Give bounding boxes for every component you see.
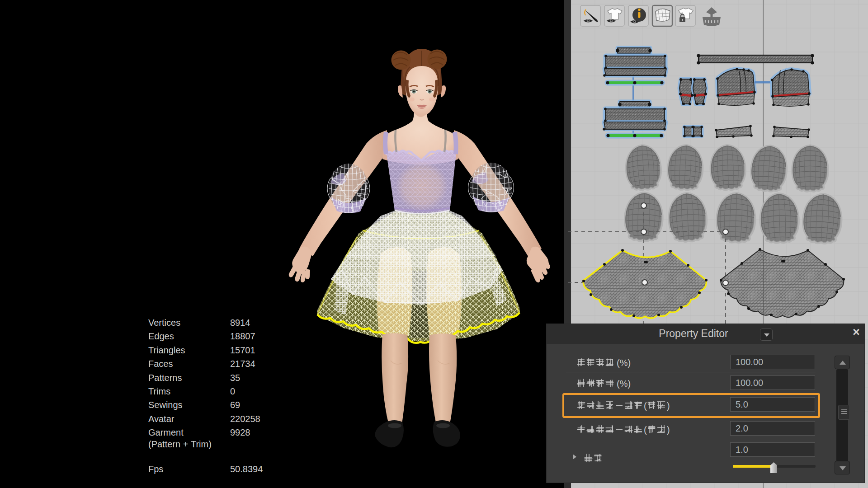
svg-text:(: ( xyxy=(644,425,647,435)
svg-text:): ) xyxy=(667,425,670,435)
svg-text:(%): (%) xyxy=(617,358,631,368)
svg-text:): ) xyxy=(667,401,670,411)
svg-text:(: ( xyxy=(644,401,647,411)
svg-text:(%): (%) xyxy=(617,379,631,389)
